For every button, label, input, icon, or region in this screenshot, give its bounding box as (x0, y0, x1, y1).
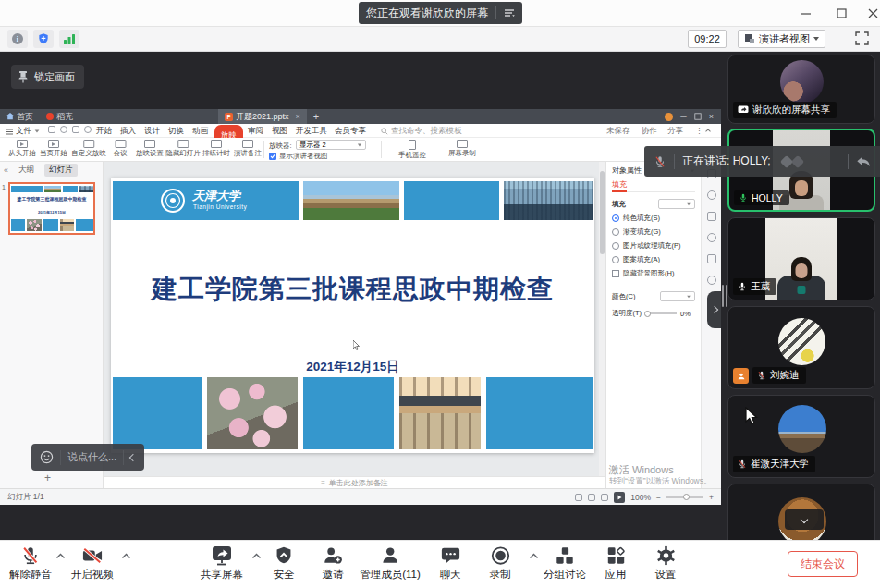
menu-tab-view[interactable]: 视图 (272, 126, 287, 137)
strip-icon-3[interactable] (707, 212, 716, 221)
zoom-out-button[interactable]: − (656, 493, 661, 502)
normal-view-icon[interactable] (575, 494, 582, 501)
ribbon-hide-slide[interactable]: 隐藏幻灯片 (165, 140, 201, 158)
fill-option-gradient[interactable]: 渐变填充(G) (612, 227, 695, 237)
menu-tab-transition[interactable]: 切换 (168, 126, 184, 137)
reply-arrow-icon[interactable] (856, 155, 871, 168)
hide-background-checkbox[interactable]: 隐藏背景图形(H) (612, 269, 695, 278)
scroll-participants-down-button[interactable] (785, 509, 824, 530)
user-avatar[interactable] (665, 113, 673, 121)
menu-tab-devtools[interactable]: 开发工具 (296, 126, 327, 137)
ribbon-meeting[interactable]: 会议 (114, 140, 128, 158)
unmute-button[interactable]: 解除静音 (9, 545, 52, 582)
more-menu-icon[interactable]: ⋮ (695, 126, 703, 135)
collapse-panel-icon[interactable]: « (4, 165, 8, 175)
ribbon-phone-remote[interactable]: 手机遥控 (398, 140, 426, 160)
zoom-slider[interactable] (666, 496, 703, 498)
speaker-view-checkbox[interactable]: 显示演讲者视图 (269, 152, 328, 161)
emoji-icon[interactable] (40, 450, 54, 464)
fill-option-pattern[interactable]: 图案填充(A) (612, 255, 695, 264)
file-menu[interactable]: 文件 (6, 126, 40, 137)
end-meeting-button[interactable]: 结束会议 (788, 551, 858, 577)
muted-mic-icon[interactable] (654, 154, 666, 169)
ribbon-speaker-notes[interactable]: 演讲备注 (234, 140, 262, 158)
fill-option-solid[interactable]: 纯色填充(S) (612, 214, 695, 223)
ribbon-search-input[interactable]: 查找命令、搜索模板 (381, 126, 462, 137)
close-tab-icon[interactable]: × (296, 112, 300, 121)
strip-icon-2[interactable] (707, 190, 716, 200)
slide-thumbnail-1[interactable]: 建工学院第三批课程思政中期检查 2021年12月15日 (8, 182, 95, 235)
record-options-chevron[interactable] (529, 553, 539, 559)
collaborate-button[interactable]: 协作 (642, 126, 657, 137)
ribbon-show-settings[interactable]: 放映设置 (136, 140, 164, 158)
maximize-button[interactable] (828, 0, 854, 27)
fill-preset-dropdown[interactable] (658, 199, 695, 209)
slider-handle[interactable] (644, 311, 651, 317)
participant-tile-wangwei[interactable]: 王葳 (727, 217, 875, 300)
close-button[interactable] (860, 0, 880, 27)
notes-input[interactable]: ≡ 单击此处添加备注 (104, 476, 605, 488)
add-slide-button[interactable]: + (44, 472, 51, 484)
invite-button[interactable]: 邀请 (323, 545, 344, 582)
collapse-ribbon-icon[interactable] (706, 126, 710, 135)
wps-home-tab[interactable]: 首页 (0, 109, 40, 124)
wps-close-icon[interactable]: × (709, 112, 714, 121)
minimize-button[interactable] (793, 0, 819, 27)
wps-store-tab[interactable]: 稻壳 (40, 109, 79, 124)
share-options-chevron[interactable] (251, 553, 262, 559)
participant-tile-liuwandi[interactable]: 刘婉迪 (727, 306, 875, 389)
menu-tab-member[interactable]: 会员专享 (335, 126, 366, 137)
play-slideshow-icon[interactable] (614, 492, 625, 503)
ribbon-rehearse[interactable]: 排练计时 (202, 140, 230, 158)
menu-tab-insert[interactable]: 插入 (120, 126, 136, 137)
chat-button[interactable]: 聊天 (440, 545, 461, 582)
transparency-slider[interactable] (645, 312, 677, 314)
share-button[interactable]: 分享 (667, 126, 683, 137)
view-mode-selector[interactable]: 演讲者视图 (738, 30, 825, 48)
wps-maximize-icon[interactable] (694, 113, 702, 120)
collapse-chat-icon[interactable] (129, 453, 137, 460)
start-video-button[interactable]: 开启视频 (71, 545, 114, 582)
meeting-info-icon[interactable]: i (7, 30, 28, 48)
reading-view-icon[interactable] (601, 494, 608, 501)
participant-tile-screenshare[interactable]: 谢欣欣的屏幕共享 (727, 55, 875, 124)
wps-minimize-icon[interactable]: ─ (680, 112, 686, 121)
sidebar-resize-grip[interactable] (722, 285, 727, 307)
video-options-chevron[interactable] (121, 553, 131, 559)
breakout-rooms-button[interactable]: 分组讨论 (544, 545, 586, 582)
zoom-in-button[interactable]: + (709, 493, 714, 502)
manage-members-button[interactable]: 管理成员(11) (360, 545, 421, 582)
strip-icon-4[interactable] (707, 233, 716, 242)
wps-document-tab[interactable]: P 开题2021.pptx × (218, 109, 307, 124)
canvas-scrollbar[interactable] (599, 162, 605, 476)
sorter-view-icon[interactable] (588, 494, 595, 501)
quick-chat-bar[interactable]: 说点什么... (31, 444, 144, 471)
settings-button[interactable]: 设置 (655, 545, 677, 582)
network-signal-icon[interactable] (59, 30, 79, 48)
record-button[interactable]: 录制 (490, 545, 511, 582)
ribbon-custom-show[interactable]: 自定义放映 (71, 140, 106, 158)
lock-screen-button[interactable]: 锁定画面 (11, 65, 84, 89)
quick-access-icons[interactable] (48, 126, 92, 133)
slides-tab[interactable]: 幻灯片 (44, 164, 78, 177)
color-dropdown[interactable] (660, 291, 695, 301)
banner-menu-icon[interactable] (504, 7, 515, 18)
strip-icon-6[interactable] (707, 276, 716, 285)
outline-tab[interactable]: 大纲 (14, 164, 39, 177)
scrollbar-thumb[interactable] (600, 171, 605, 254)
menu-tab-animation[interactable]: 动画 (192, 126, 208, 137)
menu-tab-review[interactable]: 审阅 (248, 126, 263, 137)
menu-tab-start[interactable]: 开始 (96, 126, 112, 137)
mic-options-chevron[interactable] (55, 553, 66, 559)
chat-input-placeholder[interactable]: 说点什么... (67, 450, 116, 464)
fill-tab[interactable]: 填充 (612, 180, 627, 192)
security-button[interactable]: 安全 (274, 545, 295, 582)
share-screen-button[interactable]: 共享屏幕 (201, 545, 243, 582)
sidebar-collapse-handle[interactable] (707, 291, 721, 328)
new-tab-button[interactable]: + (307, 109, 325, 124)
slide-1[interactable]: 天津大学 Tianjin University 建工学院第三批课程思政中期检查 … (111, 178, 594, 453)
ribbon-screen-record[interactable]: 屏幕录制 (448, 140, 476, 158)
fullscreen-icon[interactable] (854, 31, 870, 46)
save-status[interactable]: 未保存 (606, 126, 630, 137)
strip-icon-5[interactable] (707, 254, 716, 263)
